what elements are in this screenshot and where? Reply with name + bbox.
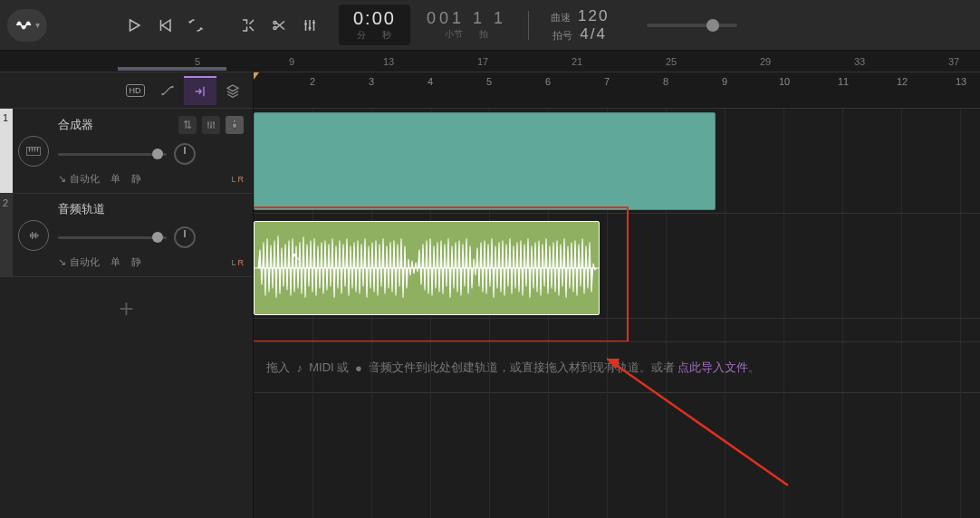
midi-lane[interactable]: [254, 109, 980, 214]
mixer-button[interactable]: [297, 13, 322, 38]
svg-rect-5: [34, 147, 36, 150]
svg-rect-6: [37, 147, 39, 150]
note-icon: ♪: [293, 362, 306, 375]
track-name[interactable]: 合成器: [58, 117, 173, 133]
tempo-display[interactable]: 曲速120 拍号4/4: [540, 4, 620, 47]
expand-button[interactable]: ⇅: [178, 116, 197, 134]
automation-button[interactable]: ↘ 自动化: [58, 255, 100, 269]
timeline-ruler[interactable]: 2 3 4 5 6 7 8 9 10 11 12 13: [254, 72, 980, 109]
svg-rect-4: [32, 147, 34, 150]
audio-lane[interactable]: ↖: [254, 214, 980, 319]
track-type-icon: [13, 194, 54, 276]
plug-icon[interactable]: [226, 116, 244, 134]
zoom-slider[interactable]: [647, 24, 737, 27]
track-type-icon: [13, 109, 54, 193]
playhead-marker[interactable]: [254, 72, 259, 80]
cursor-icon: ↖: [292, 250, 302, 264]
waveform-icon: [255, 222, 599, 314]
wave-logo-icon: [15, 16, 34, 34]
track-panel: HD 1 合成器 ⇅: [0, 72, 254, 518]
track-row-2[interactable]: 2 音频轨道 ↘ 自动化 单 静 LR: [0, 194, 253, 277]
overview-viewport[interactable]: [118, 67, 226, 71]
time-display[interactable]: 0:00 分 秒: [339, 5, 410, 45]
time-value: 0:00: [353, 8, 396, 29]
volume-slider[interactable]: [58, 153, 167, 156]
snap-button[interactable]: [235, 13, 261, 38]
pan-knob[interactable]: [174, 143, 196, 165]
app-menu-button[interactable]: ▾: [7, 9, 47, 42]
drop-hint-lane[interactable]: 拖入 ♪ MIDI 或 ● 音频文件到此处创建轨道，或直接拖入材到现有轨道。或者…: [254, 342, 980, 393]
mute-button[interactable]: 静: [131, 172, 141, 186]
empty-lane[interactable]: [254, 319, 980, 342]
svg-point-0: [161, 92, 164, 95]
automation-button[interactable]: ↘ 自动化: [58, 172, 100, 186]
scissors-button[interactable]: [266, 13, 292, 38]
midi-clip[interactable]: [254, 112, 716, 210]
track-name[interactable]: 音频轨道: [58, 201, 244, 217]
measure-value: 001 1 1: [427, 9, 506, 28]
pan-knob[interactable]: [174, 226, 196, 248]
audio-clip[interactable]: [254, 221, 600, 315]
snap-tool-button[interactable]: [184, 76, 216, 105]
panel-toolbar: HD: [0, 72, 253, 109]
piano-icon: [18, 136, 49, 167]
settings-icon[interactable]: [202, 116, 220, 134]
mute-button[interactable]: 静: [131, 255, 141, 269]
import-file-link[interactable]: 点此导入文件: [677, 360, 748, 374]
rewind-button[interactable]: [152, 13, 178, 38]
add-track-button[interactable]: +: [0, 277, 253, 341]
hd-button[interactable]: HD: [119, 76, 151, 105]
track-number[interactable]: 1: [0, 109, 13, 193]
disc-icon: ●: [352, 362, 365, 375]
volume-slider[interactable]: [58, 236, 167, 239]
overview-ruler[interactable]: 5 9 13 17 21 25 29 33 37: [0, 51, 980, 72]
chevron-down-icon: ▾: [35, 20, 40, 30]
arrangement-view[interactable]: 2 3 4 5 6 7 8 9 10 11 12 13 ↖: [254, 72, 980, 518]
curve-tool-button[interactable]: [151, 76, 184, 105]
solo-button[interactable]: 单: [110, 255, 120, 269]
svg-point-1: [171, 85, 174, 88]
loop-button[interactable]: [183, 13, 208, 38]
solo-button[interactable]: 单: [110, 172, 120, 186]
track-number[interactable]: 2: [0, 194, 13, 276]
track-row-1[interactable]: 1 合成器 ⇅ ↘ 自动化 单 静 LR: [0, 109, 253, 194]
svg-rect-3: [29, 147, 31, 150]
play-button[interactable]: [121, 13, 147, 38]
audio-icon: [18, 220, 49, 251]
measure-display[interactable]: 001 1 1 小节 拍: [416, 5, 517, 44]
top-toolbar: ▾ 0:00 分 秒 001 1 1 小节 拍 曲速120 拍号4/4: [0, 0, 980, 51]
layers-button[interactable]: [216, 76, 249, 105]
